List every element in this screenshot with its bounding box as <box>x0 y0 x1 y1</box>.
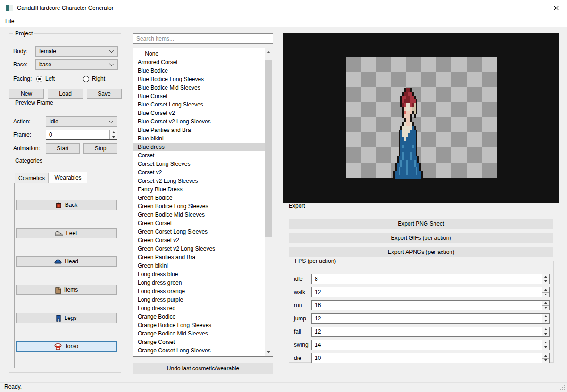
list-item[interactable]: Green bikini <box>133 261 265 270</box>
body-select[interactable]: female <box>35 46 118 57</box>
item-list-scrollbar[interactable] <box>265 48 273 356</box>
frame-spinner[interactable] <box>46 130 117 140</box>
fps-input-jump[interactable] <box>312 314 541 323</box>
resize-grip-icon[interactable] <box>559 384 565 390</box>
export-apng-button[interactable]: Export APNGs (per action) <box>289 247 553 257</box>
fps-input-fall[interactable] <box>312 327 541 336</box>
list-item[interactable]: Green Bodice Long Sleeves <box>133 202 265 211</box>
minimize-button[interactable] <box>503 0 524 16</box>
menu-file[interactable]: File <box>2 16 17 26</box>
list-item[interactable]: Blue dress <box>133 143 265 151</box>
list-item[interactable]: Long dress blue <box>133 270 265 278</box>
load-button[interactable]: Load <box>48 89 83 99</box>
stop-button[interactable]: Stop <box>83 143 117 154</box>
action-select[interactable]: idle <box>46 116 117 127</box>
facing-left-radio[interactable] <box>36 76 42 82</box>
facing-right-radio[interactable] <box>83 76 89 82</box>
list-item[interactable]: Green Corset v2 <box>133 236 265 245</box>
list-item[interactable]: Corset v2 <box>133 168 265 177</box>
fps-input-run[interactable] <box>312 301 541 310</box>
list-item[interactable]: Long dress purple <box>133 295 265 304</box>
spin-down-icon[interactable] <box>542 332 549 337</box>
category-button-back[interactable]: Back <box>16 200 117 210</box>
close-button[interactable] <box>545 0 567 16</box>
fps-spinner-jump[interactable] <box>311 313 550 324</box>
list-item[interactable]: Blue Corset <box>133 92 265 100</box>
fps-spinner-fall[interactable] <box>311 327 550 337</box>
spin-down-icon[interactable] <box>110 135 117 140</box>
list-item[interactable]: Corset v2 Long Sleeves <box>133 177 265 185</box>
spin-down-icon[interactable] <box>542 292 549 297</box>
scroll-down-icon[interactable] <box>265 348 273 356</box>
list-item[interactable]: — None — <box>133 49 265 58</box>
save-button[interactable]: Save <box>87 89 122 99</box>
category-button-torso[interactable]: Torso <box>16 341 117 352</box>
fps-spinner-idle[interactable] <box>311 274 550 284</box>
list-item[interactable]: Blue bikini <box>133 134 265 143</box>
spin-down-icon[interactable] <box>542 305 549 310</box>
list-item[interactable]: Long dress orange <box>133 287 265 295</box>
scroll-up-icon[interactable] <box>265 48 273 56</box>
spin-up-icon[interactable] <box>542 340 549 345</box>
maximize-button[interactable] <box>524 0 545 16</box>
fps-spinner-swing[interactable] <box>311 340 550 350</box>
frame-input[interactable] <box>46 130 109 139</box>
list-item[interactable]: Orange Corset Long Sleeves <box>133 346 265 355</box>
list-item[interactable]: Green Panties and Bra <box>133 253 265 261</box>
undo-button[interactable]: Undo last cosmetic/wearable <box>133 363 273 374</box>
base-select[interactable]: base <box>35 59 118 70</box>
fps-spinner-walk[interactable] <box>311 287 550 297</box>
spin-down-icon[interactable] <box>542 279 549 284</box>
fps-input-idle[interactable] <box>312 274 541 284</box>
start-button[interactable]: Start <box>46 143 80 154</box>
fps-spinner-die[interactable] <box>311 353 550 363</box>
list-item[interactable]: Corset Long Sleeves <box>133 160 265 168</box>
spin-up-icon[interactable] <box>542 353 549 358</box>
list-item[interactable]: Green Bodice Mid Sleeves <box>133 211 265 219</box>
list-item[interactable]: Orange Corset <box>133 338 265 346</box>
list-item[interactable]: Long dress red <box>133 304 265 312</box>
fps-input-walk[interactable] <box>312 287 541 297</box>
category-button-legs[interactable]: Legs <box>16 313 117 323</box>
export-png-button[interactable]: Export PNG Sheet <box>289 219 553 229</box>
list-item[interactable]: Blue Corset Long Sleeves <box>133 100 265 109</box>
category-button-feet[interactable]: Feet <box>16 228 117 238</box>
category-button-items[interactable]: Items <box>16 285 117 295</box>
category-button-head[interactable]: Head <box>16 256 117 267</box>
new-button[interactable]: New <box>9 89 44 99</box>
spin-down-icon[interactable] <box>542 318 549 324</box>
list-item[interactable]: Orange Bodice Long Sleeves <box>133 321 265 329</box>
list-item[interactable]: Blue Bodice Mid Sleeves <box>133 83 265 92</box>
fps-input-die[interactable] <box>312 353 541 363</box>
list-item[interactable]: Orange Bodice Mid Sleeves <box>133 329 265 338</box>
tab-cosmetics[interactable]: Cosmetics <box>15 173 49 183</box>
spin-down-icon[interactable] <box>542 358 549 363</box>
search-input[interactable] <box>133 33 273 44</box>
scrollbar-thumb[interactable] <box>265 60 272 237</box>
fps-spinner-run[interactable] <box>311 300 550 310</box>
list-item[interactable]: Green Corset <box>133 219 265 228</box>
tab-wearables[interactable]: Wearables <box>49 172 87 183</box>
list-item[interactable]: Orange Bodice <box>133 312 265 321</box>
spin-up-icon[interactable] <box>542 301 549 305</box>
list-item[interactable]: Armored Corset <box>133 58 265 66</box>
list-item[interactable]: Blue Bodice <box>133 66 265 75</box>
list-item[interactable]: Corset <box>133 151 265 160</box>
spin-up-icon[interactable] <box>542 314 549 318</box>
list-item[interactable]: Green Bodice <box>133 194 265 202</box>
list-item[interactable]: Long dress green <box>133 278 265 287</box>
list-item[interactable]: Green Corset Long Sleeves <box>133 228 265 236</box>
fps-input-swing[interactable] <box>312 340 541 350</box>
export-gif-button[interactable]: Export GIFs (per action) <box>289 233 553 243</box>
list-item[interactable]: Blue Panties and Bra <box>133 126 265 134</box>
list-item[interactable]: Blue Corset v2 <box>133 109 265 117</box>
spin-down-icon[interactable] <box>542 345 549 350</box>
list-item[interactable]: Fancy Blue Dress <box>133 185 265 194</box>
list-item[interactable]: Blue Bodice Long Sleeves <box>133 75 265 83</box>
spin-up-icon[interactable] <box>110 130 117 135</box>
spin-up-icon[interactable] <box>542 287 549 292</box>
spin-up-icon[interactable] <box>542 327 549 332</box>
list-item[interactable]: Blue Corset v2 Long Sleeves <box>133 117 265 126</box>
list-item[interactable]: Green Corset v2 Long Sleeves <box>133 245 265 253</box>
spin-up-icon[interactable] <box>542 274 549 279</box>
